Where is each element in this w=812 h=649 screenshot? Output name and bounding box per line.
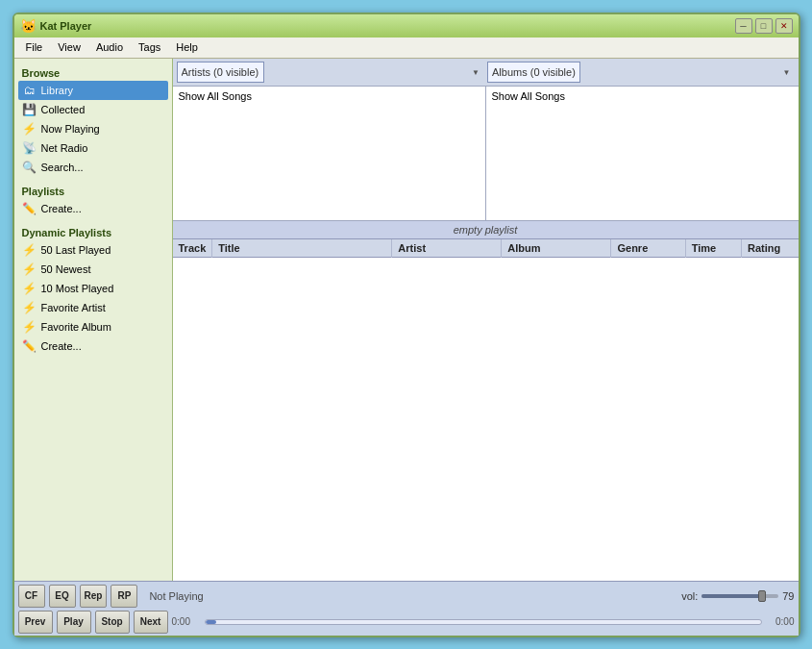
col-album[interactable]: Album (502, 239, 611, 258)
close-button[interactable]: ✕ (775, 18, 793, 34)
albums-panel[interactable]: Show All Songs (486, 87, 799, 220)
dropdowns-row: Artists (0 visible) Albums (0 visible) (173, 59, 799, 87)
sidebar-item-fav-album[interactable]: ⚡ Favorite Album (18, 317, 168, 337)
show-all-albums[interactable]: Show All Songs (488, 88, 797, 104)
sidebar: Browse 🗂 Library 💾 Collected ⚡ Now Playi… (14, 59, 173, 581)
window-controls: ─ □ ✕ (735, 18, 793, 34)
now-playing-status: Not Playing (141, 590, 677, 602)
vol-value: 79 (782, 590, 794, 602)
sidebar-item-10-most[interactable]: ⚡ 10 Most Played (18, 279, 168, 298)
volume-thumb[interactable] (758, 590, 766, 602)
sidebar-label-create-playlist: Create... (41, 203, 82, 214)
fav-album-icon: ⚡ (22, 319, 37, 335)
dynamic-playlists-section-title: Dynamic Playlists (18, 224, 168, 240)
eq-button[interactable]: EQ (49, 585, 76, 608)
sidebar-label-fav-album: Favorite Album (41, 321, 111, 333)
title-bar: 🐱 Kat Player ─ □ ✕ (14, 14, 799, 37)
library-icon: 🗂 (22, 83, 37, 98)
10-most-icon: ⚡ (22, 281, 37, 296)
sidebar-label-create-dyn: Create... (41, 340, 82, 352)
progress-fill (206, 620, 217, 624)
col-rating[interactable]: Rating (742, 239, 799, 258)
sidebar-label-50-newest: 50 Newest (41, 263, 91, 275)
main-window: 🐱 Kat Player ─ □ ✕ File View Audio Tags … (12, 12, 800, 637)
sidebar-label-search: Search... (41, 162, 84, 173)
sidebar-item-create-playlist[interactable]: ✏️ Create... (18, 199, 168, 218)
create-playlist-icon: ✏️ (22, 201, 37, 216)
menu-help[interactable]: Help (168, 39, 206, 55)
sidebar-label-fav-artist: Favorite Artist (41, 302, 106, 313)
sidebar-item-library[interactable]: 🗂 Library (18, 81, 168, 100)
prev-button[interactable]: Prev (18, 611, 53, 634)
cf-button[interactable]: CF (18, 585, 45, 608)
sidebar-item-fav-artist[interactable]: ⚡ Favorite Artist (18, 298, 168, 317)
status-bar: CF EQ Rep RP Not Playing vol: 79 Prev Pl… (14, 581, 799, 636)
sidebar-item-collected[interactable]: 💾 Collected (18, 100, 168, 119)
albums-dropdown[interactable]: Albums (0 visible) (487, 62, 580, 83)
app-title: Kat Player (40, 20, 735, 32)
browse-section-title: Browse (18, 64, 168, 81)
menu-view[interactable]: View (50, 39, 88, 55)
volume-fill (701, 594, 762, 598)
time-end: 0:00 (766, 616, 795, 627)
show-all-artists[interactable]: Show All Songs (175, 88, 483, 104)
maximize-button[interactable]: □ (755, 18, 773, 34)
controls-row: CF EQ Rep RP Not Playing vol: 79 (14, 582, 799, 611)
col-time[interactable]: Time (685, 239, 741, 258)
menu-tags[interactable]: Tags (131, 39, 168, 55)
collected-icon: 💾 (22, 102, 37, 117)
rep-button[interactable]: Rep (80, 585, 108, 608)
main-content: Browse 🗂 Library 💾 Collected ⚡ Now Playi… (14, 59, 799, 581)
playlist-header: empty playlist (173, 221, 799, 239)
track-table[interactable]: Track Title Artist Album Genre Time Rati… (173, 239, 799, 581)
artists-panel[interactable]: Show All Songs (173, 87, 486, 220)
volume-control: vol: 79 (681, 590, 794, 602)
col-genre[interactable]: Genre (611, 239, 685, 258)
minimize-button[interactable]: ─ (735, 18, 752, 34)
sidebar-item-net-radio[interactable]: 📡 Net Radio (18, 138, 168, 158)
sidebar-item-50-newest[interactable]: ⚡ 50 Newest (18, 260, 168, 279)
rp-button[interactable]: RP (111, 585, 137, 608)
sidebar-label-50-last: 50 Last Played (41, 244, 111, 256)
right-panel: Artists (0 visible) Albums (0 visible) S… (173, 59, 799, 581)
progress-bar[interactable] (205, 619, 762, 625)
menu-audio[interactable]: Audio (88, 39, 131, 55)
sidebar-label-library: Library (41, 85, 74, 96)
sidebar-item-50-last[interactable]: ⚡ 50 Last Played (18, 240, 168, 260)
playlists-section-title: Playlists (18, 183, 168, 199)
app-icon: 🐱 (20, 18, 36, 34)
albums-dropdown-wrapper: Albums (0 visible) (487, 62, 795, 83)
play-button[interactable]: Play (57, 611, 91, 634)
search-icon: 🔍 (22, 160, 37, 175)
menu-file[interactable]: File (18, 39, 51, 55)
net-radio-icon: 📡 (22, 140, 37, 156)
menu-bar: File View Audio Tags Help (14, 37, 799, 59)
sidebar-label-10-most: 10 Most Played (41, 283, 114, 294)
now-playing-icon: ⚡ (22, 121, 37, 137)
volume-slider[interactable] (701, 594, 778, 598)
sidebar-item-create-dyn[interactable]: ✏️ Create... (18, 337, 168, 356)
stop-button[interactable]: Stop (95, 611, 130, 634)
sidebar-item-search[interactable]: 🔍 Search... (18, 158, 168, 177)
50-newest-icon: ⚡ (22, 262, 37, 277)
sidebar-item-now-playing[interactable]: ⚡ Now Playing (18, 119, 168, 138)
sidebar-label-now-playing: Now Playing (41, 123, 100, 135)
artists-dropdown[interactable]: Artists (0 visible) (177, 62, 264, 83)
sidebar-label-collected: Collected (41, 104, 86, 115)
artists-dropdown-wrapper: Artists (0 visible) (177, 62, 484, 83)
time-start: 0:00 (172, 616, 201, 627)
vol-label: vol: (681, 590, 698, 602)
panels-row: Show All Songs Show All Songs (173, 87, 799, 221)
fav-artist-icon: ⚡ (22, 300, 37, 315)
col-artist[interactable]: Artist (392, 239, 502, 258)
col-track[interactable]: Track (173, 239, 212, 258)
next-button[interactable]: Next (134, 611, 168, 634)
50-last-icon: ⚡ (22, 242, 37, 258)
create-dyn-icon: ✏️ (22, 338, 37, 354)
col-title[interactable]: Title (212, 239, 392, 258)
sidebar-label-net-radio: Net Radio (41, 142, 88, 154)
